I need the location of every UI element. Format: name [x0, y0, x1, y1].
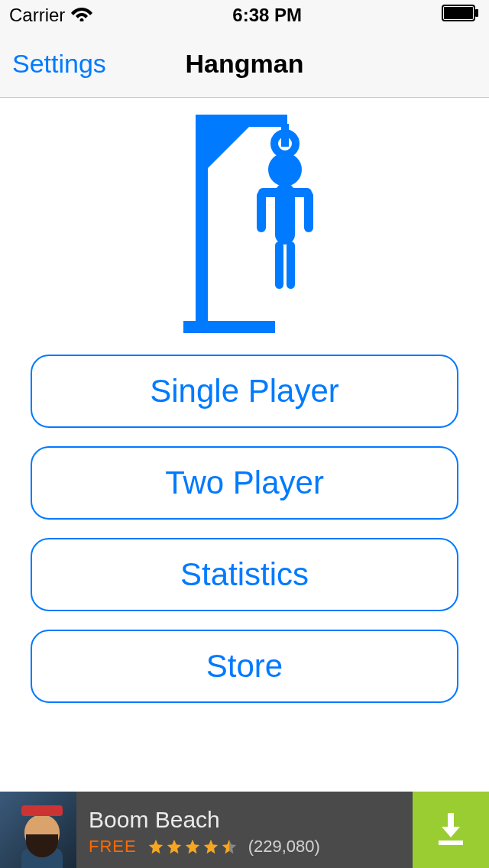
statistics-button[interactable]: Statistics — [31, 538, 458, 611]
hangman-icon — [160, 107, 329, 336]
ad-rating-count: (229,080) — [248, 837, 320, 857]
store-button[interactable]: Store — [31, 630, 458, 703]
svg-rect-4 — [196, 115, 208, 329]
ad-price: FREE — [89, 837, 137, 857]
svg-rect-16 — [439, 840, 463, 845]
carrier-label: Carrier — [9, 5, 65, 26]
svg-rect-5 — [196, 115, 287, 127]
status-left: Carrier — [9, 5, 92, 26]
svg-rect-1 — [444, 7, 473, 19]
ad-banner[interactable]: Boom Beach FREE (229,080) — [0, 792, 489, 868]
status-bar: Carrier 6:38 PM — [0, 0, 489, 31]
main-content: Single Player Two Player Statistics Stor… — [0, 98, 489, 703]
svg-point-9 — [268, 153, 302, 186]
svg-rect-14 — [275, 241, 283, 289]
nav-bar: Settings Hangman — [0, 31, 489, 98]
two-player-button[interactable]: Two Player — [31, 446, 458, 520]
settings-button[interactable]: Settings — [12, 49, 106, 79]
svg-rect-11 — [257, 191, 266, 232]
ad-thumbnail — [0, 792, 76, 868]
svg-marker-6 — [208, 127, 249, 168]
ad-title: Boom Beach — [89, 807, 400, 832]
svg-rect-2 — [475, 9, 478, 17]
status-right — [442, 5, 480, 26]
battery-icon — [442, 5, 480, 26]
ad-stars — [147, 838, 238, 855]
status-time: 6:38 PM — [232, 5, 302, 26]
menu-buttons: Single Player Two Player Statistics Stor… — [0, 355, 489, 703]
ad-info: Boom Beach FREE (229,080) — [76, 792, 413, 868]
svg-rect-15 — [287, 241, 295, 289]
svg-rect-12 — [304, 191, 313, 232]
svg-rect-13 — [258, 188, 312, 197]
download-button[interactable] — [413, 792, 489, 868]
wifi-icon — [71, 5, 92, 26]
download-icon — [432, 810, 469, 850]
single-player-button[interactable]: Single Player — [31, 355, 458, 428]
